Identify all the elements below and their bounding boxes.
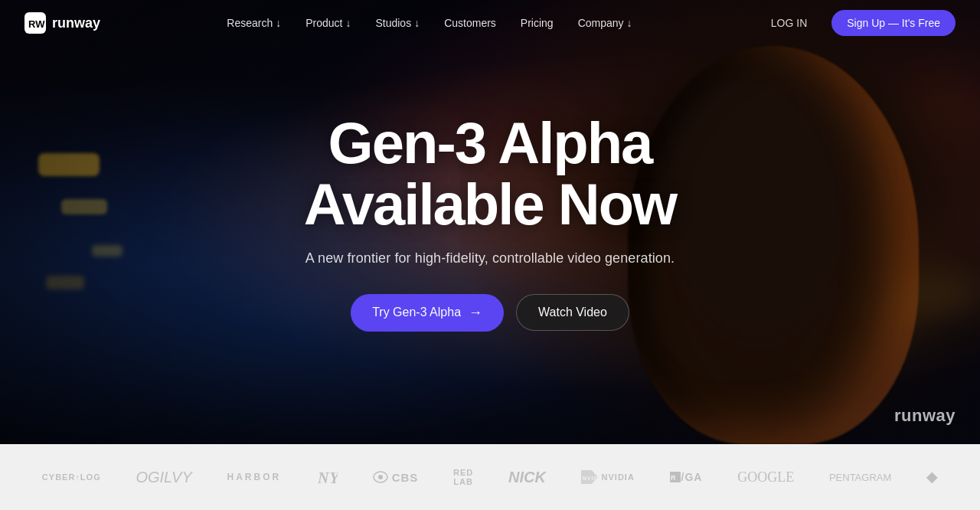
logos-bar: CYBER↑LOG Ogilvy HARBOR NY CBS REDLAB ni… [0, 444, 980, 510]
chevron-down-icon: ↓ [345, 17, 351, 29]
hero-buttons: Try Gen-3 Alpha → Watch Video [214, 294, 766, 332]
svg-text:RW: RW [28, 18, 45, 30]
svg-text:NY: NY [317, 469, 338, 486]
logo-google: Google [737, 469, 794, 485]
chevron-down-icon: ↓ [276, 17, 281, 29]
nav-actions: LOG IN Sign Up — It's Free [759, 10, 956, 36]
logo-misc: ◆ [926, 469, 938, 485]
logo-harbor: HARBOR [227, 472, 282, 482]
nav-company[interactable]: Company ↓ [567, 11, 643, 35]
login-button[interactable]: LOG IN [759, 11, 819, 35]
logo-cyberlog: CYBER↑LOG [42, 472, 101, 482]
ny-yankees-icon: NY [316, 466, 338, 488]
logo-ny: NY [316, 466, 338, 488]
logo-text: runway [52, 15, 100, 31]
svg-point-4 [378, 475, 383, 479]
logo-redlab: REDLAB [453, 468, 473, 486]
nav-links: Research ↓ Product ↓ Studios ↓ Customers… [216, 11, 642, 35]
logo[interactable]: RW runway [24, 12, 100, 34]
watch-video-button[interactable]: Watch Video [516, 294, 629, 331]
rga-icon: R [670, 472, 681, 482]
svg-text:R: R [671, 474, 677, 482]
nav-customers[interactable]: Customers [433, 11, 507, 35]
nav-pricing[interactable]: Pricing [510, 11, 564, 35]
nvidia-icon: NVIDIA [581, 470, 598, 484]
nav-studios[interactable]: Studios ↓ [364, 11, 430, 35]
logo-nvidia: NVIDIA NVIDIA [581, 470, 635, 484]
logo-pentagram: Pentagram [829, 472, 891, 483]
hero-title: Gen-3 Alpha Available Now [214, 113, 766, 235]
nav-research[interactable]: Research ↓ [216, 11, 292, 35]
arrow-icon: → [469, 305, 482, 321]
nav-product[interactable]: Product ↓ [295, 11, 361, 35]
runway-logo-icon: RW [24, 12, 46, 34]
navbar: RW runway Research ↓ Product ↓ Studios ↓… [0, 0, 980, 46]
logo-ogilvy: Ogilvy [136, 469, 191, 486]
logo-nick: nick [508, 469, 546, 486]
logo-cbs: CBS [373, 471, 419, 484]
svg-text:NVIDIA: NVIDIA [583, 476, 598, 481]
runway-watermark: runway [894, 406, 956, 426]
cbs-eye-icon [373, 471, 388, 483]
try-gen3-button[interactable]: Try Gen-3 Alpha → [351, 294, 504, 332]
hero-subtitle: A new frontier for high-fidelity, contro… [214, 250, 766, 266]
chevron-down-icon: ↓ [627, 17, 632, 29]
signup-button[interactable]: Sign Up — It's Free [831, 10, 956, 36]
hero-section: Gen-3 Alpha Available Now A new frontier… [0, 0, 980, 444]
chevron-down-icon: ↓ [414, 17, 420, 29]
hero-content: Gen-3 Alpha Available Now A new frontier… [214, 113, 766, 332]
logo-rga: R /GA [670, 471, 703, 483]
